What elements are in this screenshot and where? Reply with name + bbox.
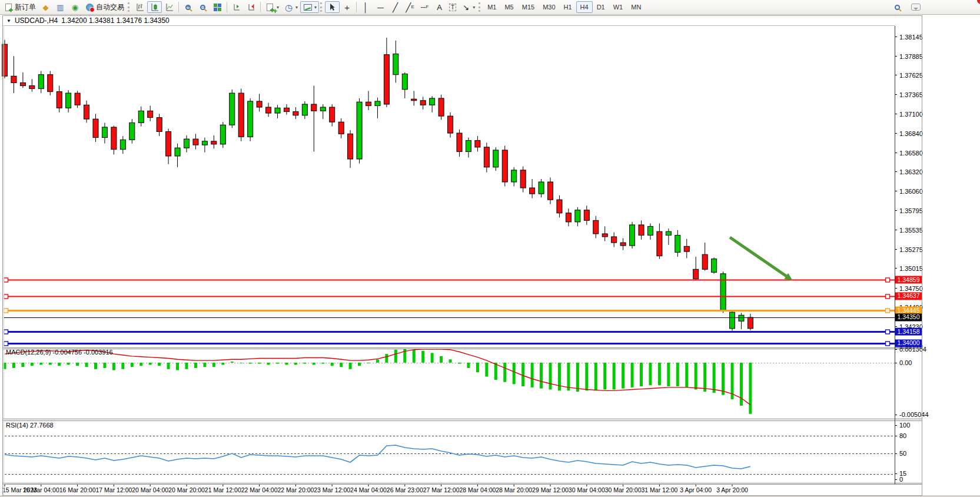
autotrading-button[interactable]: 自动交易 [82,1,127,13]
data-window-icon: ▥ [55,2,65,12]
main-toolbar: 新订单 ◆ ▥ ◉ 自动交易 + − + ▾ [0,0,980,15]
notifications-button[interactable]: 1 [909,1,923,13]
horizontal-line-button[interactable]: ─ [373,1,388,13]
timeframe-h1[interactable]: H1 [560,1,576,13]
autotrading-icon [85,2,95,12]
equidistant-channel-icon: ╱E [405,2,415,12]
candlestick-chart-icon [150,2,160,12]
cursor-button[interactable] [325,1,340,13]
timeframe-w1[interactable]: W1 [609,1,627,13]
toolbar-grip [479,2,481,12]
crosshair-icon: + [342,2,352,12]
chart-symbol-period: USDCAD-,H4 [15,16,58,25]
chevron-down-icon: ▾ [473,5,475,10]
search-icon [895,5,900,10]
text-label-button[interactable]: T [447,1,459,13]
fibonacci-icon: ┄F [420,2,430,12]
timeframe-m15[interactable]: M15 [518,1,539,13]
price-pane[interactable] [3,26,894,347]
zoom-in-icon: + [183,2,193,12]
tile-windows-button[interactable] [210,1,225,13]
bar-chart-button[interactable] [132,1,147,13]
signals-icon: ◉ [70,2,80,12]
timeframe-h4[interactable]: H4 [576,1,593,13]
line-chart-icon [164,2,174,12]
price-axis[interactable] [895,26,922,484]
template-button[interactable]: ▾ [300,1,319,13]
new-order-label: 新订单 [15,2,36,12]
zoom-out-button[interactable]: − [195,1,210,13]
vertical-line-button[interactable]: │ [358,1,373,13]
timeframe-mn[interactable]: MN [627,1,645,13]
toolbar-separator [260,2,261,12]
toolbar-grip [320,2,323,12]
add-indicator-button[interactable]: + ▾ [263,1,281,13]
toolbar-separator [356,2,357,12]
equidistant-channel-button[interactable]: ╱E [403,1,417,13]
one-click-trading-toggle[interactable]: ▼ [6,18,11,24]
bar-chart-icon [135,2,145,12]
fibonacci-button[interactable]: ┄F [417,1,432,13]
auto-scroll-icon [231,2,241,12]
timeframe-m5[interactable]: M5 [500,1,517,13]
horizontal-line-icon: ─ [376,2,386,12]
search-button[interactable] [891,1,903,13]
line-chart-button[interactable] [162,1,177,13]
timeframe-d1[interactable]: D1 [593,1,609,13]
clock-icon: ◷ [284,2,294,12]
tile-windows-icon [212,2,222,12]
chart-window-title: ▼ USDCAD-,H4 1.34200 1.34381 1.34176 1.3… [3,16,894,25]
add-indicator-icon: + [265,2,275,12]
toolbar-separator [178,2,179,12]
market-watch-button[interactable]: ◆ [38,1,53,13]
text-icon: A [434,2,444,12]
chart-ohlc-values: 1.34200 1.34381 1.34176 1.34350 [61,16,170,25]
data-window-button[interactable]: ▥ [53,1,68,13]
macd-pane[interactable] [3,349,894,419]
trendline-icon: ╱ [390,2,400,12]
timeframe-m30[interactable]: M30 [539,1,559,13]
crosshair-button[interactable]: + [340,1,354,13]
toolbar-grip [128,2,130,12]
new-order-button[interactable]: 新订单 [1,1,38,13]
signals-button[interactable]: ◉ [68,1,82,13]
rsi-pane[interactable] [3,420,894,483]
new-order-icon [4,2,14,12]
chart-shift-button[interactable] [244,1,258,13]
period-button[interactable]: ◷ ▾ [281,1,300,13]
chat-bubble-icon [911,4,921,11]
chevron-down-icon: ▾ [314,5,317,10]
zoom-out-icon: − [198,2,208,12]
text-label-icon: T [449,4,456,11]
arrows-icon: ↘ [461,2,471,12]
chevron-down-icon: ▾ [295,5,298,10]
vertical-line-icon: │ [361,2,371,12]
auto-scroll-button[interactable] [229,1,244,13]
arrows-button[interactable]: ↘ ▾ [459,1,477,13]
template-icon [303,2,313,12]
autotrading-label: 自动交易 [96,2,124,12]
market-watch-icon: ◆ [41,2,51,12]
text-button[interactable]: A [432,1,447,13]
chart-shift-icon [246,2,256,12]
notification-badge: 1 [977,0,980,4]
timeframe-m1[interactable]: M1 [483,1,500,13]
cursor-icon [327,2,337,12]
trendline-button[interactable]: ╱ [388,1,403,13]
candlestick-chart-button[interactable] [147,1,162,13]
time-axis[interactable] [3,484,894,495]
zoom-in-button[interactable]: + [181,1,195,13]
toolbar-separator [227,2,227,12]
